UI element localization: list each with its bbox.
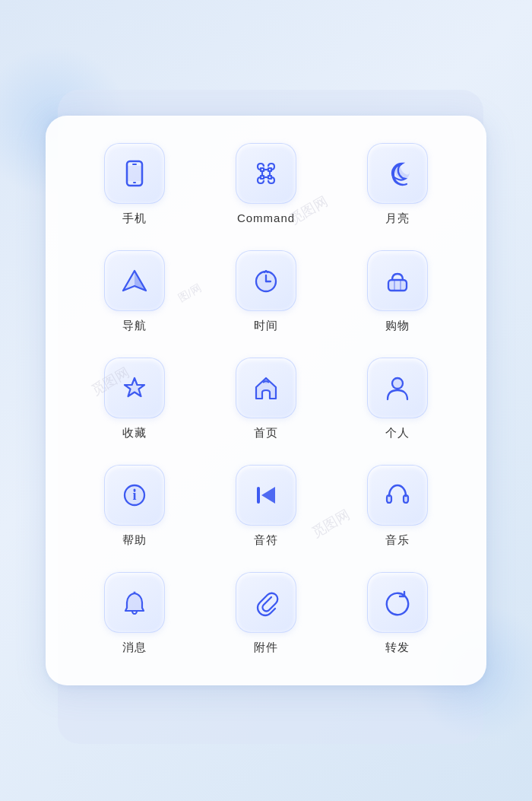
icon-box-attach	[236, 572, 296, 633]
icon-box-music	[367, 465, 428, 526]
icon-label-music: 音乐	[385, 533, 410, 548]
icon-label-time: 时间	[254, 319, 278, 333]
icon-label-bell: 消息	[122, 640, 147, 655]
icon-item-bell[interactable]: 消息	[76, 572, 192, 655]
icon-box-star	[104, 358, 165, 418]
svg-rect-15	[388, 280, 407, 291]
icon-item-forward[interactable]: 转发	[340, 572, 456, 655]
icon-box-music-note	[236, 465, 296, 526]
svg-rect-27	[404, 495, 408, 503]
icon-item-star[interactable]: 收藏	[76, 358, 192, 440]
icon-box-home	[236, 358, 296, 418]
icon-label-music-note: 音符	[254, 533, 278, 548]
icon-label-command: Command	[237, 211, 295, 224]
svg-rect-26	[387, 495, 391, 503]
icon-label-phone: 手机	[122, 211, 147, 226]
icon-item-user[interactable]: 个人	[340, 358, 456, 440]
svg-rect-1	[132, 164, 137, 165]
icon-item-shop[interactable]: 购物	[340, 250, 456, 333]
icon-grid: 手机	[76, 143, 456, 655]
icon-box-shop	[367, 250, 428, 311]
icon-box-nav	[104, 250, 165, 311]
icon-item-help[interactable]: i 帮助	[76, 465, 192, 548]
svg-line-14	[266, 271, 268, 272]
icon-box-moon	[367, 143, 428, 204]
svg-rect-3	[127, 166, 142, 181]
svg-rect-2	[133, 182, 136, 183]
icon-box-help: i	[104, 465, 165, 526]
icon-item-time[interactable]: 时间	[207, 250, 324, 333]
icon-label-star: 收藏	[122, 426, 147, 440]
svg-rect-24	[257, 487, 260, 504]
icon-card: 觅图网 觅图网 觅图网 图/网 手机	[46, 116, 486, 685]
icon-label-forward: 转发	[385, 640, 410, 655]
svg-marker-18	[125, 378, 144, 396]
icon-box-phone	[104, 143, 165, 204]
icon-label-shop: 购物	[385, 319, 410, 333]
icon-box-command	[236, 143, 296, 204]
icon-box-time	[236, 250, 296, 311]
icon-label-home: 首页	[254, 426, 278, 440]
svg-point-19	[264, 379, 268, 383]
icon-label-nav: 导航	[122, 319, 147, 333]
icon-item-attach[interactable]: 附件	[207, 572, 324, 655]
svg-marker-25	[261, 487, 275, 504]
icon-label-user: 个人	[385, 426, 410, 440]
icon-label-attach: 附件	[254, 640, 278, 655]
icon-box-forward	[367, 572, 428, 633]
svg-point-28	[133, 591, 136, 594]
icon-item-moon[interactable]: 月亮	[340, 143, 456, 226]
icon-box-user	[367, 358, 428, 418]
icon-box-bell	[104, 572, 165, 633]
icon-label-help: 帮助	[122, 533, 147, 548]
icon-item-command[interactable]: Command	[207, 143, 324, 226]
icon-item-phone[interactable]: 手机	[76, 143, 192, 226]
svg-point-23	[133, 489, 135, 491]
icon-item-music[interactable]: 音乐	[340, 465, 456, 548]
icon-item-home[interactable]: 首页	[207, 358, 324, 440]
svg-point-20	[392, 378, 403, 389]
icon-label-moon: 月亮	[385, 211, 410, 226]
icon-item-nav[interactable]: 导航	[76, 250, 192, 333]
icon-item-music-note[interactable]: 音符	[207, 465, 324, 548]
